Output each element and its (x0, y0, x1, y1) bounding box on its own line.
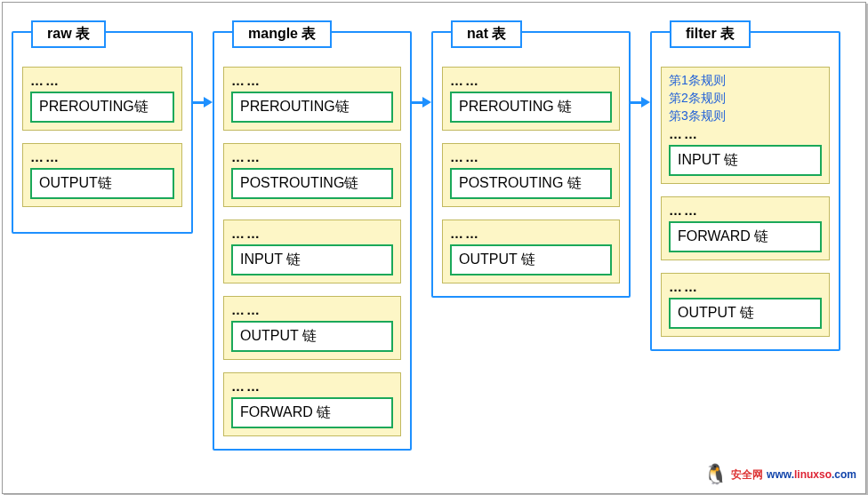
chain-label: INPUT 链 (669, 145, 822, 176)
diagram-canvas: raw 表 …… PREROUTING链 …… OUTPUT链 mangle 表… (3, 3, 865, 468)
ellipsis: …… (231, 226, 393, 241)
chain-postrouting: …… POSTROUTING 链 (442, 143, 620, 207)
ellipsis: …… (30, 149, 174, 164)
chain-prerouting: …… PREROUTING链 (22, 67, 182, 131)
watermark-domain: linuxso (794, 468, 832, 481)
arrow-col (412, 20, 431, 108)
ellipsis: …… (231, 379, 393, 394)
table-title: nat 表 (451, 20, 522, 48)
ellipsis: …… (231, 73, 393, 88)
table-title: filter 表 (670, 20, 751, 48)
watermark-brand: 安全网 (731, 467, 763, 483)
rule-1: 第1条规则 (669, 73, 822, 89)
ellipsis: …… (669, 126, 822, 141)
chain-output: …… OUTPUT链 (22, 143, 182, 207)
chain-label: POSTROUTING 链 (450, 168, 612, 199)
chain-label: INPUT 链 (231, 244, 393, 275)
table-raw: raw 表 …… PREROUTING链 …… OUTPUT链 (12, 31, 193, 234)
ellipsis: …… (231, 149, 393, 164)
table-title: mangle 表 (232, 20, 332, 48)
chain-postrouting: …… POSTROUTING链 (223, 143, 401, 207)
table-title: raw 表 (31, 20, 106, 48)
chain-output: …… OUTPUT 链 (223, 296, 401, 360)
ellipsis: …… (231, 302, 393, 317)
arrow-icon (412, 99, 431, 108)
ellipsis: …… (669, 203, 822, 218)
chain-label: PREROUTING链 (231, 92, 393, 123)
chain-output: …… OUTPUT 链 (661, 273, 830, 337)
chain-label: OUTPUT 链 (231, 321, 393, 352)
chain-input: 第1条规则 第2条规则 第3条规则 …… INPUT 链 (661, 67, 830, 184)
penguin-icon: 🐧 (703, 463, 727, 486)
arrow-col (193, 20, 213, 108)
ellipsis: …… (450, 226, 612, 241)
chain-label: PREROUTING链 (30, 92, 174, 123)
chain-label: POSTROUTING链 (231, 168, 393, 199)
chain-prerouting: …… PREROUTING 链 (442, 67, 620, 131)
chain-label: PREROUTING 链 (450, 92, 612, 123)
chain-forward: …… FORWARD 链 (661, 196, 830, 260)
watermark-prefix: www. (767, 468, 794, 481)
chain-label: FORWARD 链 (669, 221, 822, 252)
table-mangle: mangle 表 …… PREROUTING链 …… POSTROUTING链 … (213, 31, 412, 451)
table-filter: filter 表 第1条规则 第2条规则 第3条规则 …… INPUT 链 ……… (650, 31, 840, 351)
arrow-icon (631, 99, 650, 108)
rule-3: 第3条规则 (669, 108, 822, 124)
ellipsis: …… (30, 73, 174, 88)
watermark: 🐧 安全网 www.linuxso.com (703, 463, 856, 486)
chain-label: OUTPUT 链 (450, 244, 612, 275)
chain-input: …… INPUT 链 (223, 220, 401, 283)
rule-2: 第2条规则 (669, 91, 822, 107)
chain-label: FORWARD 链 (231, 397, 393, 428)
arrow-icon (193, 99, 213, 108)
chain-output: …… OUTPUT 链 (442, 220, 620, 283)
ellipsis: …… (450, 149, 612, 164)
chain-label: OUTPUT 链 (669, 298, 822, 329)
chain-prerouting: …… PREROUTING链 (223, 67, 401, 131)
ellipsis: …… (669, 279, 822, 294)
ellipsis: …… (450, 73, 612, 88)
watermark-suffix: .com (832, 468, 856, 481)
chain-label: OUTPUT链 (30, 168, 174, 199)
chain-forward: …… FORWARD 链 (223, 372, 401, 436)
table-nat: nat 表 …… PREROUTING 链 …… POSTROUTING 链 …… (431, 31, 631, 298)
arrow-col (631, 20, 650, 108)
